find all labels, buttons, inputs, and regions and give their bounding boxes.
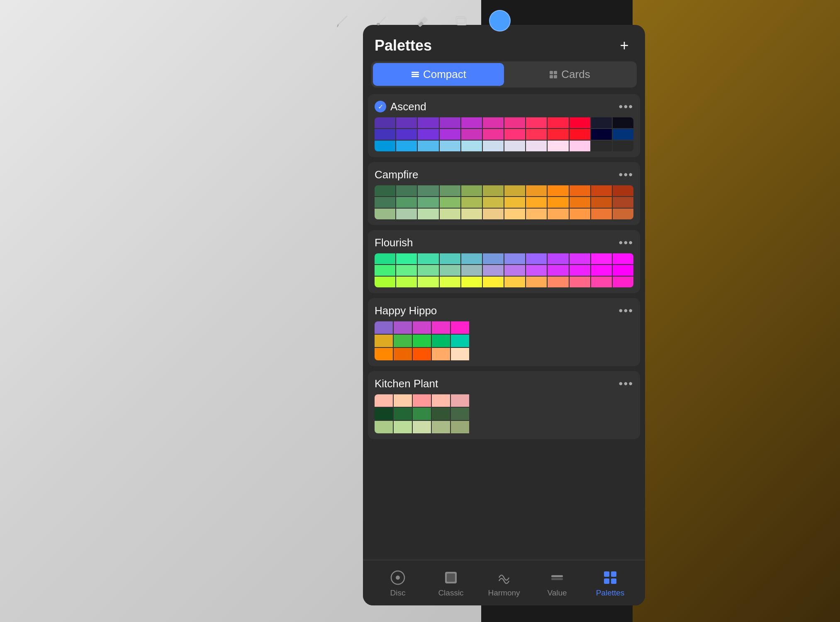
swatch[interactable] xyxy=(591,277,612,287)
swatch[interactable] xyxy=(413,408,431,420)
swatch[interactable] xyxy=(526,209,547,219)
swatch[interactable] xyxy=(548,265,568,276)
palette-item-flourish[interactable]: Flourish ••• xyxy=(368,230,640,293)
swatch[interactable] xyxy=(413,321,431,334)
swatch[interactable] xyxy=(570,141,590,151)
swatch[interactable] xyxy=(504,141,525,151)
swatch[interactable] xyxy=(418,265,438,276)
swatch[interactable] xyxy=(526,185,547,196)
nav-item-palettes[interactable]: Palettes xyxy=(584,569,637,598)
swatch[interactable] xyxy=(526,265,547,276)
swatch[interactable] xyxy=(483,253,504,264)
swatch[interactable] xyxy=(461,141,482,151)
swatch[interactable] xyxy=(570,265,590,276)
swatch[interactable] xyxy=(504,253,525,264)
swatch[interactable] xyxy=(394,394,412,407)
swatch[interactable] xyxy=(418,185,438,196)
swatch[interactable] xyxy=(375,277,395,287)
brush-icon[interactable] xyxy=(330,9,353,32)
swatch[interactable] xyxy=(375,209,395,219)
palette-more-kitchen-plant[interactable]: ••• xyxy=(619,377,633,390)
swatch[interactable] xyxy=(591,197,612,208)
swatch[interactable] xyxy=(432,421,450,433)
tab-compact[interactable]: Compact xyxy=(373,63,504,86)
swatch[interactable] xyxy=(375,348,393,360)
swatch[interactable] xyxy=(418,129,438,140)
swatch[interactable] xyxy=(461,185,482,196)
swatch[interactable] xyxy=(483,141,504,151)
tab-cards[interactable]: Cards xyxy=(504,63,635,86)
swatch[interactable] xyxy=(396,141,417,151)
layers-icon[interactable] xyxy=(449,9,472,32)
swatch[interactable] xyxy=(451,321,469,334)
swatch[interactable] xyxy=(613,129,633,140)
swatch[interactable] xyxy=(394,321,412,334)
swatch[interactable] xyxy=(375,265,395,276)
swatch[interactable] xyxy=(396,265,417,276)
swatch[interactable] xyxy=(548,129,568,140)
swatch[interactable] xyxy=(483,209,504,219)
swatch[interactable] xyxy=(413,421,431,433)
swatch[interactable] xyxy=(396,197,417,208)
swatch[interactable] xyxy=(375,394,393,407)
palette-item-kitchen-plant[interactable]: Kitchen Plant ••• xyxy=(368,371,640,439)
swatch[interactable] xyxy=(375,197,395,208)
swatch[interactable] xyxy=(394,408,412,420)
swatch[interactable] xyxy=(548,141,568,151)
swatch[interactable] xyxy=(613,141,633,151)
swatch[interactable] xyxy=(548,253,568,264)
nav-item-classic[interactable]: Classic xyxy=(424,569,477,598)
swatch[interactable] xyxy=(375,421,393,433)
swatch[interactable] xyxy=(375,253,395,264)
swatch[interactable] xyxy=(396,277,417,287)
swatch[interactable] xyxy=(504,129,525,140)
swatch[interactable] xyxy=(526,129,547,140)
swatch[interactable] xyxy=(440,209,460,219)
swatch[interactable] xyxy=(526,253,547,264)
swatch[interactable] xyxy=(375,117,395,128)
swatch[interactable] xyxy=(413,335,431,347)
swatch[interactable] xyxy=(440,253,460,264)
smudge-icon[interactable] xyxy=(370,9,393,32)
swatch[interactable] xyxy=(394,348,412,360)
nav-item-disc[interactable]: Disc xyxy=(371,569,424,598)
swatch[interactable] xyxy=(570,185,590,196)
swatch[interactable] xyxy=(396,209,417,219)
palette-more-happy-hippo[interactable]: ••• xyxy=(619,304,633,317)
swatch[interactable] xyxy=(418,277,438,287)
swatch[interactable] xyxy=(413,348,431,360)
swatch[interactable] xyxy=(451,348,469,360)
swatch[interactable] xyxy=(375,185,395,196)
swatch[interactable] xyxy=(451,421,469,433)
swatch[interactable] xyxy=(440,129,460,140)
swatch[interactable] xyxy=(548,277,568,287)
swatch[interactable] xyxy=(613,209,633,219)
swatch[interactable] xyxy=(375,141,395,151)
swatch[interactable] xyxy=(483,129,504,140)
swatch[interactable] xyxy=(451,335,469,347)
swatch[interactable] xyxy=(396,253,417,264)
swatch[interactable] xyxy=(591,265,612,276)
swatch[interactable] xyxy=(432,394,450,407)
swatch[interactable] xyxy=(483,197,504,208)
swatch[interactable] xyxy=(418,209,438,219)
swatch[interactable] xyxy=(432,408,450,420)
swatch[interactable] xyxy=(418,117,438,128)
swatch[interactable] xyxy=(432,335,450,347)
swatch[interactable] xyxy=(394,335,412,347)
swatch[interactable] xyxy=(548,185,568,196)
swatch[interactable] xyxy=(570,129,590,140)
swatch[interactable] xyxy=(591,141,612,151)
swatch[interactable] xyxy=(461,209,482,219)
swatch[interactable] xyxy=(504,209,525,219)
swatch[interactable] xyxy=(440,197,460,208)
swatch[interactable] xyxy=(394,421,412,433)
swatch[interactable] xyxy=(613,117,633,128)
swatch[interactable] xyxy=(461,117,482,128)
swatch[interactable] xyxy=(375,408,393,420)
swatch[interactable] xyxy=(440,117,460,128)
swatch[interactable] xyxy=(613,185,633,196)
swatch[interactable] xyxy=(570,253,590,264)
swatch[interactable] xyxy=(440,141,460,151)
palette-more-ascend[interactable]: ••• xyxy=(619,100,633,113)
